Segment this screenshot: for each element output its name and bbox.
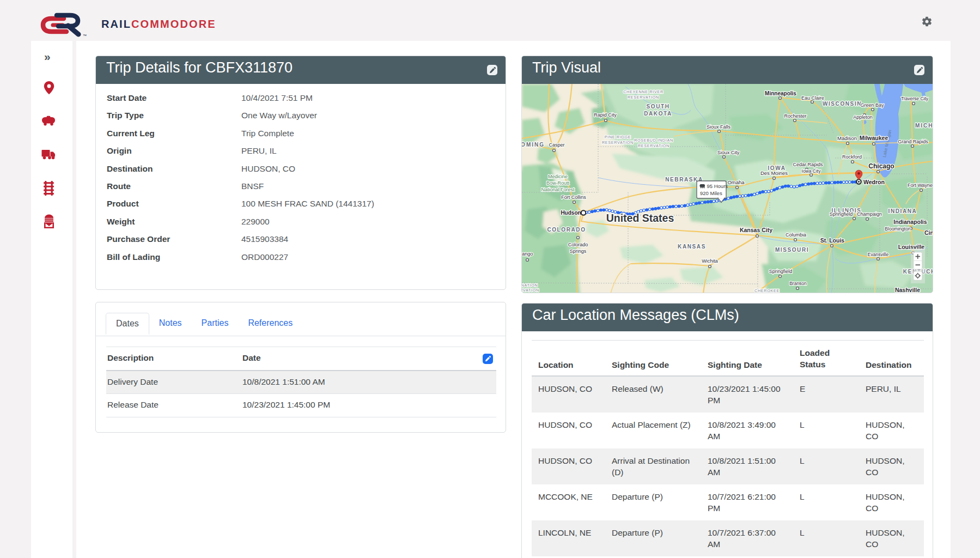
svg-text:Indianapolis: Indianapolis: [893, 219, 927, 225]
svg-text:Fort Wayne: Fort Wayne: [908, 183, 933, 188]
svg-text:RVATION: RVATION: [522, 288, 539, 293]
svg-text:Bloomington: Bloomington: [885, 226, 911, 232]
svg-text:PINE RIDGE: PINE RIDGE: [605, 135, 631, 140]
svg-text:Cincin: Cincin: [924, 229, 933, 236]
svg-text:CHEROKEE: CHEROKEE: [754, 288, 780, 293]
svg-text:SOUTH: SOUTH: [647, 104, 670, 110]
svg-text:Casper: Casper: [549, 142, 564, 148]
svg-text:National Forest: National Forest: [541, 187, 575, 192]
svg-text:DAKOTA: DAKOTA: [644, 111, 672, 117]
svg-text:Madison: Madison: [837, 135, 857, 141]
svg-text:Sioux Falls: Sioux Falls: [707, 124, 731, 130]
svg-text:Rochester: Rochester: [784, 113, 806, 119]
svg-text:Wedron: Wedron: [863, 179, 885, 185]
svg-text:Columbia: Columbia: [786, 232, 806, 238]
svg-text:MICHIGAN: MICHIGAN: [915, 123, 933, 129]
svg-text:Rockford: Rockford: [842, 154, 862, 160]
svg-text:Bow-Routt: Bow-Routt: [546, 180, 570, 186]
svg-text:NATION: NATION: [522, 283, 538, 288]
svg-text:RESERVATION: RESERVATION: [628, 95, 659, 100]
svg-text:™: ™: [83, 34, 87, 38]
svg-text:Milwaukee: Milwaukee: [860, 135, 888, 141]
svg-text:St. Louis: St. Louis: [820, 237, 844, 244]
svg-text:Rapid City: Rapid City: [594, 112, 617, 118]
svg-text:Des Moines: Des Moines: [760, 170, 788, 176]
svg-text:INDIANA: INDIANA: [888, 208, 917, 214]
svg-text:95 Hours: 95 Hours: [707, 183, 728, 189]
svg-text:Branson: Branson: [789, 281, 807, 286]
svg-text:Fort Collins: Fort Collins: [561, 195, 586, 200]
svg-text:Eau Claire: Eau Claire: [801, 95, 824, 101]
svg-text:RESERVATION: RESERVATION: [638, 143, 669, 148]
svg-text:Champaign: Champaign: [857, 211, 882, 217]
svg-text:KANSAS: KANSAS: [678, 244, 706, 250]
svg-text:COLORADO: COLORADO: [547, 227, 586, 233]
svg-text:Evansville: Evansville: [868, 252, 889, 257]
svg-text:920 Miles: 920 Miles: [700, 190, 722, 196]
svg-text:Hudson: Hudson: [561, 210, 581, 216]
svg-text:Springfield: Springfield: [830, 211, 853, 217]
svg-text:Kansas City: Kansas City: [740, 227, 772, 233]
svg-text:Traverse City: Traverse City: [901, 96, 929, 101]
svg-text:Appleton: Appleton: [853, 114, 873, 120]
svg-text:WISCONSIN: WISCONSIN: [823, 101, 862, 107]
svg-text:Sioux City: Sioux City: [717, 150, 740, 155]
svg-text:United States: United States: [606, 212, 674, 224]
svg-text:ROSEBUD INDIAN: ROSEBUD INDIAN: [634, 138, 673, 143]
svg-text:WYOMING: WYOMING: [522, 142, 545, 148]
svg-text:RESERVATION: RESERVATION: [602, 140, 634, 145]
svg-text:Omaha: Omaha: [727, 179, 745, 185]
svg-text:Springfield: Springfield: [769, 269, 793, 274]
svg-text:CHEYENNE RIVER: CHEYENNE RIVER: [623, 89, 664, 94]
svg-text:Springs: Springs: [570, 248, 587, 254]
svg-text:Wichita: Wichita: [702, 258, 718, 264]
svg-text:Cedar Rapids: Cedar Rapids: [793, 162, 823, 167]
svg-text:Green Bay: Green Bay: [860, 102, 884, 108]
svg-text:Chicago: Chicago: [868, 162, 894, 170]
svg-text:MISSOURI: MISSOURI: [775, 247, 809, 253]
svg-text:Medicine: Medicine: [548, 174, 568, 179]
svg-text:Colorado: Colorado: [568, 242, 588, 247]
svg-text:Nashville: Nashville: [895, 287, 920, 293]
svg-text:Minneapolis: Minneapolis: [765, 90, 796, 96]
svg-text:Durango: Durango: [522, 251, 533, 257]
svg-text:Grand Rapids: Grand Rapids: [898, 139, 928, 144]
svg-text:Iowa City: Iowa City: [802, 168, 821, 174]
